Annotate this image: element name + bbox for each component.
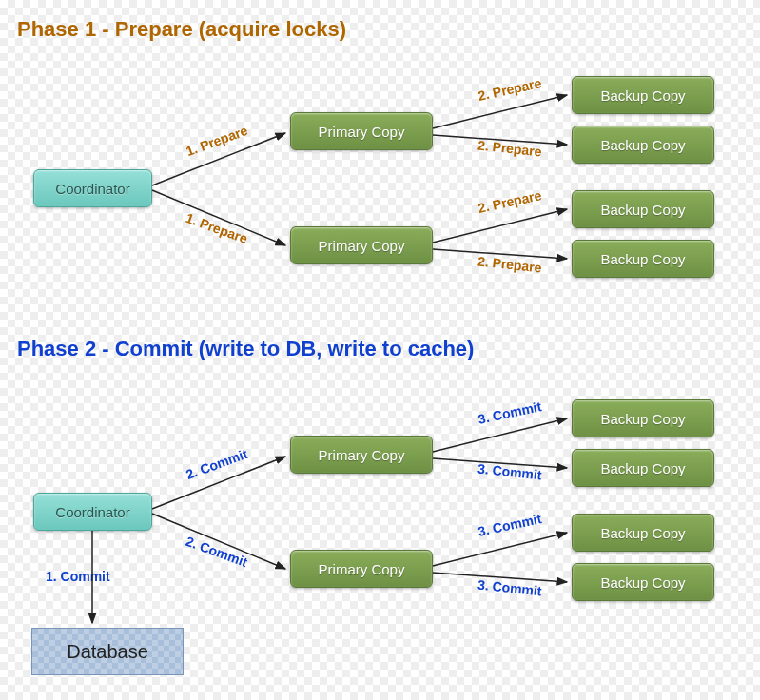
phase1-backup-3: Backup Copy <box>572 190 714 228</box>
p2-edge-pb-1: 3. Commit <box>477 399 543 427</box>
p1-edge-pb-1: 2. Prepare <box>477 75 543 104</box>
p2-edge-pb-4: 3. Commit <box>477 577 542 599</box>
p2-edge-cp-2: 2. Commit <box>184 534 249 570</box>
p2-edge-pb-2: 3. Commit <box>477 461 542 483</box>
p2-edge-cd: 1. Commit <box>46 569 110 584</box>
svg-line-11 <box>433 533 567 566</box>
phase1-primary-1: Primary Copy <box>290 112 433 150</box>
phase2-coordinator: Coordinator <box>33 493 152 531</box>
phase2-backup-3: Backup Copy <box>572 514 714 552</box>
phase2-backup-4: Backup Copy <box>572 563 714 601</box>
phase2-database: Database <box>31 628 184 675</box>
phase1-title: Phase 1 - Prepare (acquire locks) <box>17 17 346 42</box>
phase1-backup-2: Backup Copy <box>572 126 714 164</box>
p1-edge-pb-3: 2. Prepare <box>477 187 543 216</box>
phase1-coordinator: Coordinator <box>33 169 152 207</box>
p2-edge-pb-3: 3. Commit <box>477 511 543 539</box>
p1-edge-cp-1: 1. Prepare <box>184 123 249 159</box>
phase2-primary-1: Primary Copy <box>290 436 433 474</box>
phase2-backup-2: Backup Copy <box>572 449 714 487</box>
phase2-backup-1: Backup Copy <box>572 399 714 438</box>
phase1-backup-4: Backup Copy <box>572 240 714 278</box>
p1-edge-pb-2: 2. Prepare <box>477 138 542 160</box>
p2-edge-cp-1: 2. Commit <box>184 446 249 482</box>
p1-edge-pb-4: 2. Prepare <box>477 254 542 276</box>
phase1-backup-1: Backup Copy <box>572 76 714 114</box>
p1-edge-cp-2: 1. Prepare <box>184 210 249 246</box>
phase1-primary-2: Primary Copy <box>290 226 433 264</box>
svg-line-5 <box>433 209 567 243</box>
svg-line-9 <box>433 418 567 452</box>
phase2-title: Phase 2 - Commit (write to DB, write to … <box>17 337 474 361</box>
phase2-primary-2: Primary Copy <box>290 550 433 588</box>
svg-line-3 <box>433 95 567 128</box>
